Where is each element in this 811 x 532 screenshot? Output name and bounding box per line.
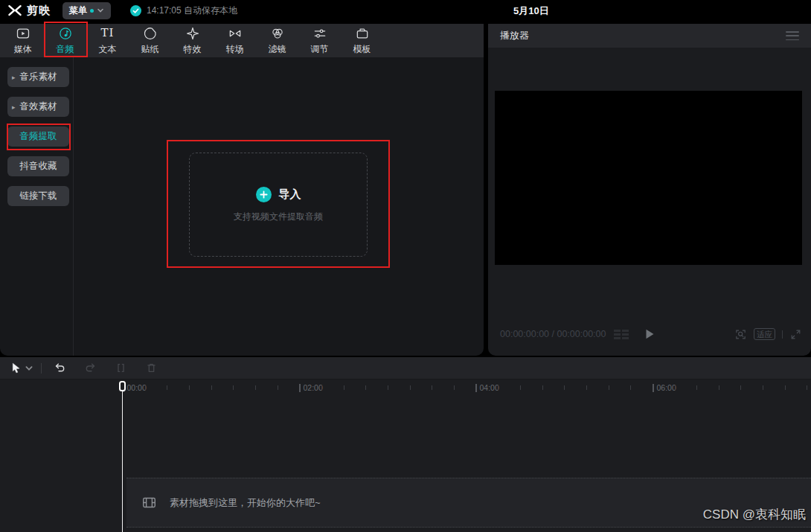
adjust-icon — [312, 26, 327, 41]
tab-adjust[interactable]: 调节 — [298, 24, 341, 57]
tab-label: 媒体 — [14, 43, 32, 56]
menu-button[interactable]: 菜单 — [62, 2, 111, 19]
playhead-head[interactable] — [119, 381, 126, 391]
player-menu-icon[interactable] — [786, 31, 799, 40]
import-hint: 支持视频文件提取音频 — [234, 211, 323, 223]
tab-label: 转场 — [226, 43, 244, 56]
video-viewport — [495, 91, 802, 265]
player-panel: 播放器 00:00:00:00 / 00:00:00:00 适应 — [488, 24, 811, 356]
titlebar: 剪映 菜单 14:17:05 自动保存本地 5月10日 — [0, 0, 811, 21]
redo-button[interactable] — [82, 360, 98, 376]
tab-label: 模板 — [353, 43, 371, 56]
autosave-status: 14:17:05 自动保存本地 — [147, 4, 237, 17]
sidebar-item-douyin-favorites[interactable]: 抖音收藏 — [7, 156, 69, 176]
select-tool-dropdown-icon[interactable] — [25, 364, 33, 373]
import-button[interactable]: 导入 — [256, 187, 301, 202]
undo-button[interactable] — [51, 360, 68, 376]
toolbar-separator — [41, 363, 42, 374]
sidebar-item-label: 抖音收藏 — [20, 160, 57, 173]
sidebar-item-label: 音频提取 — [20, 130, 57, 143]
fullscreen-icon[interactable] — [789, 328, 802, 341]
capcut-logo-icon — [7, 4, 22, 17]
playhead-line — [122, 391, 124, 532]
menu-notification-dot — [90, 9, 94, 13]
transition-icon — [228, 26, 243, 41]
tab-media[interactable]: 媒体 — [1, 24, 44, 57]
player-header: 播放器 — [488, 24, 811, 48]
sidebar-item-label: 音效素材 — [20, 100, 57, 113]
playhead[interactable] — [119, 381, 126, 391]
frame-grid-icon[interactable] — [614, 330, 629, 339]
expand-arrow-icon: ▸ — [12, 74, 16, 81]
ruler-major-label: 04:00 — [475, 383, 499, 392]
tab-label: 音频 — [57, 43, 74, 56]
resource-tabbar: 媒体 音频 TI 文本 贴纸 特效 — [0, 24, 484, 57]
sidebar-item-audio-extract[interactable]: 音频提取 — [7, 126, 69, 147]
tab-filter[interactable]: 滤镜 — [256, 24, 298, 57]
preview-zoom-icon[interactable] — [734, 328, 747, 341]
controls-separator — [782, 330, 783, 339]
filmstrip-icon — [141, 496, 157, 510]
split-button[interactable] — [112, 360, 129, 376]
sidebar-item-label: 链接下载 — [20, 190, 57, 202]
play-button[interactable] — [644, 328, 655, 340]
media-library-panel: 媒体 音频 TI 文本 贴纸 特效 — [0, 24, 484, 356]
app-window: 剪映 菜单 14:17:05 自动保存本地 5月10日 媒体 — [0, 0, 811, 532]
media-icon — [16, 26, 31, 41]
expand-arrow-icon: ▸ — [12, 103, 16, 111]
audio-icon — [58, 26, 73, 41]
sidebar-divider — [73, 57, 74, 356]
tab-template[interactable]: 模板 — [341, 24, 383, 57]
tab-label: 文本 — [99, 43, 117, 56]
delete-button[interactable] — [143, 360, 159, 376]
tab-sticker[interactable]: 贴纸 — [129, 24, 171, 57]
text-icon: TI — [100, 26, 115, 41]
player-right-controls: 适应 — [734, 328, 802, 341]
template-icon — [355, 26, 370, 41]
effects-icon — [185, 26, 200, 41]
save-check-icon — [130, 5, 141, 16]
sidebar-item-music-material[interactable]: ▸ 音乐素材 — [7, 67, 69, 87]
sidebar-item-sound-effects[interactable]: ▸ 音效素材 — [7, 97, 69, 117]
app-logo: 剪映 — [7, 4, 51, 18]
tab-effects[interactable]: 特效 — [171, 24, 214, 57]
timeline-toolbar — [0, 357, 811, 379]
import-button-label: 导入 — [279, 188, 301, 202]
track-drop-hint: 素材拖拽到这里，开始你的大作吧~ — [170, 496, 321, 510]
date-label: 5月10日 — [513, 4, 549, 18]
sticker-icon — [143, 26, 158, 41]
sidebar-item-label: 音乐素材 — [20, 71, 57, 83]
tab-transition[interactable]: 转场 — [214, 24, 256, 57]
select-tool-button[interactable] — [7, 360, 24, 376]
chevron-down-icon — [97, 7, 104, 14]
tab-label: 滤镜 — [269, 43, 286, 56]
player-title: 播放器 — [500, 29, 529, 42]
fit-button[interactable]: 适应 — [754, 328, 775, 341]
timecode: 00:00:00:00 / 00:00:00:00 — [500, 329, 606, 339]
tab-label: 贴纸 — [141, 43, 159, 56]
import-dropzone[interactable]: 导入 支持视频文件提取音频 — [189, 153, 368, 257]
watermark: CSDN @衷科知眠 — [703, 506, 806, 523]
menu-button-label: 菜单 — [69, 4, 87, 17]
ruler-major-label: 06:00 — [653, 383, 676, 392]
app-name: 剪映 — [27, 4, 51, 18]
ruler-major-label: 02:00 — [299, 383, 323, 392]
sidebar-item-link-download[interactable]: 链接下载 — [7, 186, 69, 206]
tab-label: 调节 — [311, 43, 329, 56]
plus-icon — [256, 187, 272, 202]
tab-text[interactable]: TI 文本 — [86, 24, 129, 57]
player-controls: 00:00:00:00 / 00:00:00:00 适应 — [488, 324, 811, 344]
audio-sidebar: ▸ 音乐素材 ▸ 音效素材 音频提取 抖音收藏 链接下载 — [7, 67, 69, 216]
filter-icon — [270, 26, 285, 41]
tab-audio[interactable]: 音频 — [44, 24, 86, 57]
timeline-section: 00:00 02:00 04:00 06:00 素材拖拽到这里，开始你的大作吧~… — [0, 357, 811, 532]
tab-label: 特效 — [184, 43, 202, 56]
